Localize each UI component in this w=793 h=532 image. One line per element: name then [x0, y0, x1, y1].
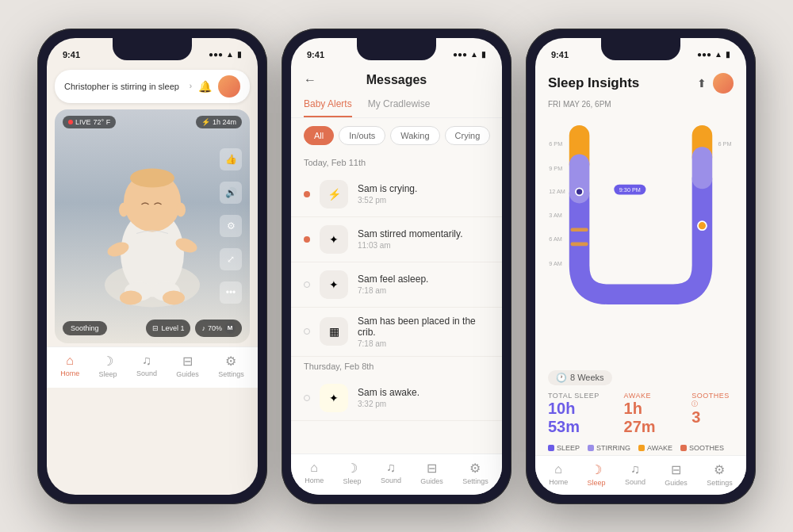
nav-home-2[interactable]: ⌂ Home [305, 461, 324, 484]
unread-dot-1 [304, 191, 310, 197]
back-button[interactable]: ← [304, 73, 316, 87]
soothes-label: SOOTHES ⓘ [691, 392, 734, 408]
status-icons-2: ●●● ▲ ▮ [453, 50, 486, 59]
bell-icon[interactable]: 🔔 [198, 80, 212, 93]
nav-settings-2[interactable]: ⚙ Settings [462, 461, 488, 485]
msg-time-asleep: 7:18 am [358, 286, 489, 295]
bottom-nav-3: ⌂ Home ☽ Sleep ♫ Sound ⊟ Guides ⚙ Sett [535, 455, 746, 495]
message-crying[interactable]: ⚡ Sam is crying. 3:52 pm [291, 172, 502, 217]
awake-stat: AWAKE 1h 27m [624, 392, 673, 436]
settings-icon-1: ⚙ [225, 354, 236, 369]
unread-dot-2 [304, 236, 310, 243]
legend-stirring-dot [588, 445, 594, 451]
msg-time-awake: 3:32 pm [358, 400, 489, 408]
total-sleep-stat: TOTAL SLEEP 10h 53m [548, 392, 605, 436]
nav-settings-label-2: Settings [462, 477, 488, 485]
read-dot-3 [304, 281, 310, 288]
nav-sound-3[interactable]: ♫ Sound [625, 462, 646, 486]
nav-guides-label-2: Guides [420, 477, 443, 485]
phone2-screen: 9:41 ●●● ▲ ▮ ← Messages Baby Alerts My C… [291, 38, 502, 495]
nav-settings-3[interactable]: ⚙ Settings [707, 462, 733, 487]
volume-label: 70% [208, 324, 222, 332]
temp-label: 72° F [94, 118, 111, 126]
nav-guides-2[interactable]: ⊟ Guides [420, 461, 443, 485]
nav-sound-label-1: Sound [136, 369, 157, 377]
msg-text-asleep: Sam feel asleep. [358, 274, 489, 285]
legend-awake-dot [638, 445, 645, 451]
nav-settings-label-1: Settings [218, 370, 244, 378]
phone-messages: 9:41 ●●● ▲ ▮ ← Messages Baby Alerts My C… [282, 29, 511, 504]
fullscreen-icon[interactable]: ⤢ [220, 248, 242, 270]
msg-content-awake: Sam is awake. 3:32 pm [358, 387, 489, 408]
svg-point-10 [120, 291, 142, 305]
svg-text:9 PM: 9 PM [549, 164, 562, 171]
chevron-right-icon: › [190, 82, 192, 90]
msg-icon-crying: ⚡ [320, 180, 348, 209]
tab-my-cradlewise[interactable]: My Cradlewise [368, 92, 431, 117]
filter-waking[interactable]: Waking [390, 126, 439, 145]
music-icon: ♪ [201, 324, 205, 332]
soothes-value: 3 [691, 408, 734, 427]
status-icons-3: ●●● ▲ ▮ [697, 50, 730, 59]
total-sleep-value: 10h 53m [548, 400, 605, 436]
filter-all[interactable]: All [304, 126, 334, 145]
like-icon[interactable]: 👍 [220, 148, 242, 170]
nav-sound-2[interactable]: ♫ Sound [381, 461, 401, 484]
alert-banner[interactable]: Christopher is stirring in sleep › 🔔 [55, 70, 250, 103]
camera-overlay-top: LIVE 72° F ⚡ 1h 24m [55, 116, 250, 128]
avatar [218, 75, 240, 98]
awake-label: AWAKE [624, 392, 673, 400]
read-dot-4 [304, 328, 310, 335]
sleep-arc-container: 6 PM 9 PM 12 AM 3 AM 6 AM 9 AM 12 PM 3 P… [543, 112, 738, 318]
speaker-icon[interactable]: 🔊 [220, 182, 242, 204]
more-icon[interactable]: ••• [220, 281, 242, 304]
nav-guides-label-3: Guides [665, 479, 688, 487]
settings-cam-icon[interactable]: ⚙ [220, 215, 242, 237]
svg-text:6 PM: 6 PM [718, 140, 731, 147]
notch [113, 38, 192, 60]
filter-inouts[interactable]: In/outs [339, 126, 385, 145]
message-asleep[interactable]: ✦ Sam feel asleep. 7:18 am [291, 262, 502, 308]
message-awake[interactable]: ✦ Sam is awake. 3:32 pm [291, 376, 502, 421]
msg-text-crying: Sam is crying. [358, 183, 489, 194]
share-icon[interactable]: ⬆ [697, 77, 707, 90]
sleep-header: Sleep Insights ⬆ [535, 67, 746, 97]
status-time-2: 9:41 [307, 50, 324, 59]
nav-sleep-label-1: Sleep [99, 370, 117, 378]
message-placed[interactable]: ▦ Sam has been placed in the crib. 7:18 … [291, 308, 502, 357]
nav-home-label-2: Home [305, 477, 324, 484]
svg-point-3 [130, 169, 174, 188]
legend-awake-label: AWAKE [647, 444, 672, 452]
live-dot [68, 120, 73, 124]
nav-guides-3[interactable]: ⊟ Guides [665, 462, 688, 487]
nav-sleep-label-2: Sleep [343, 477, 362, 485]
svg-text:9:30 PM: 9:30 PM [619, 186, 641, 193]
msg-text-placed: Sam has been placed in the crib. [358, 316, 489, 338]
status-time-1: 9:41 [63, 50, 80, 59]
nav-sleep-3[interactable]: ☽ Sleep [588, 462, 606, 487]
nav-home-label-3: Home [549, 478, 568, 486]
nav-home-1[interactable]: ⌂ Home [60, 354, 79, 377]
m-badge: M [224, 323, 236, 334]
wifi-icon-3: ▲ [714, 50, 722, 59]
message-stirred[interactable]: ✦ Sam stirred momentarily. 11:03 am [291, 217, 502, 262]
stat-row-1: 🕐 8 Weeks [548, 370, 734, 385]
nav-home-3[interactable]: ⌂ Home [549, 462, 568, 486]
volume-badge: ♪ 70% M [195, 320, 242, 337]
date-label-today: Today, Feb 11th [291, 153, 502, 172]
sleep-arc-chart: 6 PM 9 PM 12 AM 3 AM 6 AM 9 AM 12 PM 3 P… [543, 112, 738, 318]
svg-text:12 AM: 12 AM [549, 187, 565, 194]
nav-sleep-label-3: Sleep [588, 479, 606, 487]
tab-my-cradlewise-label: My Cradlewise [368, 98, 431, 109]
nav-settings-1[interactable]: ⚙ Settings [218, 354, 244, 378]
tab-baby-alerts[interactable]: Baby Alerts [304, 92, 352, 117]
duration-badge: ⚡ 1h 24m [196, 116, 242, 128]
wifi-icon-2: ▲ [470, 50, 478, 59]
nav-sleep-2[interactable]: ☽ Sleep [343, 461, 362, 485]
nav-sound-1[interactable]: ♫ Sound [136, 354, 157, 377]
nav-sleep-1[interactable]: ☽ Sleep [99, 354, 117, 378]
filter-crying[interactable]: Crying [445, 126, 491, 145]
nav-guides-1[interactable]: ⊟ Guides [176, 354, 199, 378]
legend-sleep-label: SLEEP [557, 444, 580, 452]
signal-icon-2: ●●● [453, 50, 467, 59]
